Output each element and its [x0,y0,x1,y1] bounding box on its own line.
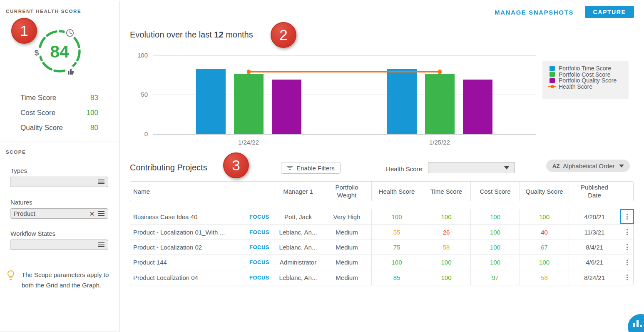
project-name: Product - Localization 02 [133,244,249,251]
score-cell: 100 [422,255,470,270]
kebab-icon [627,275,628,280]
kebab-icon [627,229,628,235]
legend-swatch [550,78,555,83]
cost-score-value: 100 [87,109,98,117]
legend-item: Health Score [550,84,629,90]
scope-note-line1: The Scope parameters apply to [22,271,109,278]
kebab-icon [627,244,628,250]
manager-cell: Leblanc, An... [274,240,322,255]
bar-1/24/22-Portfolio Quality Score [272,80,301,134]
portfolio-weight-cell: Medium [322,255,371,270]
score-cell: 26 [422,225,470,239]
legend-swatch [550,66,555,71]
column-header-cost-score[interactable]: Cost Score [470,182,520,201]
score-cell: 58 [422,240,470,255]
natures-clear-icon[interactable]: × [90,209,94,218]
focus-link[interactable]: FOCUS [249,275,274,281]
x-axis-tick-2 [536,135,536,140]
column-header-actions [620,182,633,201]
x-axis-line [153,134,536,135]
row-menu-button[interactable] [620,225,634,239]
capture-button[interactable]: CAPTURE [585,6,634,18]
focus-link[interactable]: FOCUS [249,244,274,250]
project-name-cell: Product - Localization 02FOCUS [130,240,274,255]
column-header-manager-1[interactable]: Manager 1 [274,182,322,201]
score-cell: 40 [520,225,569,239]
x-axis-tick-1 [345,135,345,140]
score-cell: 97 [470,270,520,285]
x-axis-label-1: 1/25/22 [415,139,465,146]
manage-snapshots-link[interactable]: MANAGE SNAPSHOTS [495,9,574,16]
focus-link[interactable]: FOCUS [249,259,274,265]
dropdown-arrow-icon [504,166,509,170]
portfolio-weight-cell: Medium [322,240,371,255]
chart-fab-button[interactable] [628,314,644,332]
manager-cell: Pott, Jack [274,209,322,224]
manager-cell: Leblanc, An... [274,270,322,285]
focus-link[interactable]: FOCUS [249,214,274,220]
published-date-cell: 4/20/21 [569,209,620,224]
portfolio-weight-cell: Medium [322,225,371,239]
bar-1/24/22-Portfolio Cost Score [234,74,264,134]
manager-cell: Administrator [274,255,322,270]
types-menu-icon[interactable] [98,180,104,184]
tab-bar-line-left [0,1,37,1]
column-header-name[interactable]: Name [130,182,274,201]
project-name: Business Case Idea 40 [133,213,249,220]
manager-cell: Leblanc, An... [274,225,322,239]
scope-note-line2: both the Grid and the Graph. [22,282,101,289]
kebab-icon [627,260,628,265]
row-menu-button[interactable] [620,209,634,224]
score-cell: 100 [422,270,470,285]
x-axis-label-0: 1/24/22 [224,139,274,146]
column-header-time-score[interactable]: Time Score [422,182,470,201]
row-menu-button[interactable] [620,240,634,255]
portfolio-weight-cell: Medium [322,270,371,285]
types-input[interactable] [10,177,108,187]
score-cell: 67 [520,240,569,255]
projects-table-body: Business Case Idea 40FOCUSPott, JackVery… [130,209,634,285]
health-score-filter-dropdown[interactable] [428,162,515,173]
score-cell: 100 [470,255,520,270]
focus-link[interactable]: FOCUS [249,229,274,235]
health-score-filter-label: Health Score: [383,165,424,172]
portfolio-health-dashboard: CURRENT HEALTH SCORE $ 84 1 Time Score 8… [0,0,644,332]
types-label: Types [10,167,27,174]
time-score-label: Time Score [20,94,56,102]
y-axis-label-0: 0 [106,130,148,137]
natures-input[interactable]: Product × [10,208,108,219]
score-cell: 100 [371,209,422,224]
bar-1/24/22-Portfolio Time Score [196,69,226,134]
score-cell: 85 [371,270,422,285]
gridline-50 [153,95,536,95]
column-header-health-score[interactable]: Health Score [371,182,422,201]
score-cell: 100 [470,240,520,255]
callout-badge-2: 2 [271,22,296,48]
score-cell: 100 [422,209,470,224]
score-cell: 100 [470,225,520,239]
workflow-states-input[interactable] [10,240,108,250]
column-header-published-date[interactable]: Published Date [569,182,620,201]
workflow-menu-icon[interactable] [98,242,104,247]
score-cell: 58 [520,270,569,285]
enable-filters-button[interactable]: Enable Filters [281,162,341,174]
natures-label: Natures [10,199,32,206]
column-header-quality-score[interactable]: Quality Score [520,182,569,201]
project-name-cell: Business Case Idea 40FOCUS [130,209,274,224]
natures-value: Product [14,210,90,217]
sort-order-button[interactable]: A↑Z Alphabetical Order [546,160,630,172]
project-name: Product - Localization 01_With ... [133,229,249,236]
sidebar-bottom-line [0,331,119,332]
natures-menu-icon[interactable] [98,211,104,216]
legend-item: Portfolio Quality Score [550,77,629,84]
dollar-icon: $ [35,48,39,57]
column-header-portfolio-weight[interactable]: Portfolio Weight [322,182,371,201]
cost-score-row: Cost Score 100 [20,109,98,117]
quality-score-value: 80 [90,124,98,132]
row-menu-button[interactable] [620,255,634,270]
tab-bar-line-right [96,1,644,1]
quality-score-row: Quality Score 80 [20,124,98,132]
portfolio-weight-cell: Very High [322,209,371,224]
cost-score-label: Cost Score [20,109,55,117]
row-menu-button[interactable] [620,270,634,285]
